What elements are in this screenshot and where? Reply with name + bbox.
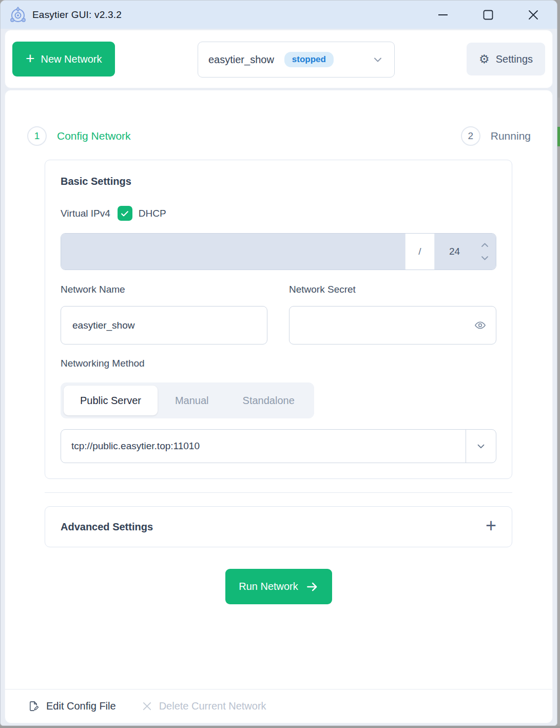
background-window-edge [557, 98, 560, 728]
close-icon [528, 9, 539, 21]
run-row: Run Network [5, 569, 552, 604]
fields-row [61, 306, 496, 344]
eye-icon [474, 319, 486, 331]
prefix-length-stepper[interactable]: 24 [434, 234, 496, 270]
maximize-button[interactable] [473, 4, 504, 26]
background-window-accent [557, 127, 560, 146]
virtual-ipv4-input-group: / 24 [61, 233, 496, 270]
check-icon [120, 208, 130, 219]
window-controls [413, 4, 549, 26]
selected-network-name: easytier_show [208, 54, 274, 66]
new-network-label: New Network [41, 53, 102, 65]
advanced-settings-card[interactable]: Advanced Settings + [45, 506, 512, 547]
step-label: Config Network [57, 130, 131, 142]
run-network-button[interactable]: Run Network [225, 569, 332, 604]
close-button[interactable] [518, 4, 549, 26]
chevron-down-icon [475, 440, 487, 452]
run-network-label: Run Network [239, 581, 298, 592]
titlebar: Easytier GUI: v2.3.2 [1, 1, 557, 29]
app-logo-icon [9, 6, 27, 24]
tab-manual[interactable]: Manual [159, 386, 225, 415]
network-name-input[interactable] [61, 306, 267, 344]
stepper-arrows [481, 242, 489, 261]
virtual-ipv4-row: Virtual IPv4 DHCP [61, 206, 496, 221]
basic-settings-title: Basic Settings [61, 176, 496, 187]
arrow-right-icon [305, 580, 319, 593]
edit-config-label: Edit Config File [46, 700, 116, 712]
new-network-button[interactable]: + New Network [12, 42, 115, 76]
prefix-length-value: 24 [449, 246, 460, 257]
settings-button[interactable]: ⚙ Settings [467, 43, 545, 75]
footer-bar: Edit Config File Delete Current Network [5, 689, 552, 723]
screen: Easytier GUI: v2.3.2 + New Network eas [0, 0, 560, 728]
step-config-network[interactable]: 1 Config Network [27, 126, 131, 146]
toggle-secret-visibility-button[interactable] [474, 319, 486, 331]
plus-icon: + [26, 51, 35, 66]
x-icon [142, 701, 152, 712]
edit-config-button[interactable]: Edit Config File [28, 700, 116, 712]
network-select[interactable]: easytier_show stopped [198, 42, 395, 78]
virtual-ipv4-input[interactable] [61, 234, 405, 270]
minimize-button[interactable] [428, 4, 458, 26]
dropdown-trigger[interactable] [466, 430, 496, 463]
chevron-down-icon[interactable] [481, 256, 489, 261]
public-server-url: tcp://public.easytier.top:11010 [61, 430, 466, 463]
network-name-label: Network Name [61, 284, 267, 295]
file-edit-icon [28, 700, 40, 712]
dhcp-label: DHCP [139, 208, 166, 219]
chevron-up-icon[interactable] [481, 242, 489, 247]
settings-label: Settings [496, 53, 533, 65]
delete-network-button[interactable]: Delete Current Network [142, 700, 266, 712]
public-server-dropdown[interactable]: tcp://public.easytier.top:11010 [61, 429, 496, 463]
maximize-icon [482, 9, 494, 21]
app-window: Easytier GUI: v2.3.2 + New Network eas [0, 0, 557, 726]
main-panel: 1 Config Network 2 Running Basic Setting… [5, 90, 553, 723]
minimize-icon [437, 9, 449, 21]
gear-icon: ⚙ [479, 53, 490, 65]
expand-plus-icon[interactable]: + [486, 516, 496, 535]
step-label: Running [491, 130, 531, 142]
step-number-circle: 2 [461, 126, 480, 146]
section-divider [45, 492, 512, 493]
ip-prefix-separator: / [405, 234, 434, 270]
step-number-circle: 1 [27, 126, 47, 146]
basic-settings-card: Basic Settings Virtual IPv4 DHCP / 24 [45, 160, 512, 479]
virtual-ipv4-label: Virtual IPv4 [61, 208, 110, 219]
tab-public-server[interactable]: Public Server [64, 386, 158, 415]
tab-standalone[interactable]: Standalone [226, 386, 311, 415]
toolbar: + New Network easytier_show stopped ⚙ Se… [5, 30, 553, 88]
delete-network-label: Delete Current Network [159, 700, 266, 712]
dhcp-checkbox[interactable] [118, 206, 132, 221]
screen-bottom-edge [0, 726, 560, 728]
network-secret-input[interactable] [289, 306, 496, 344]
status-badge: stopped [284, 52, 334, 67]
networking-method-label: Networking Method [61, 358, 496, 369]
step-indicator: 1 Config Network 2 Running [5, 90, 552, 146]
step-running[interactable]: 2 Running [461, 126, 531, 146]
chevron-down-icon [372, 53, 384, 66]
advanced-settings-title: Advanced Settings [61, 521, 153, 533]
network-secret-label: Network Secret [289, 284, 496, 295]
networking-method-tabs: Public Server Manual Standalone [61, 382, 314, 418]
field-labels-row: Network Name Network Secret [61, 284, 496, 295]
window-title: Easytier GUI: v2.3.2 [32, 9, 122, 21]
